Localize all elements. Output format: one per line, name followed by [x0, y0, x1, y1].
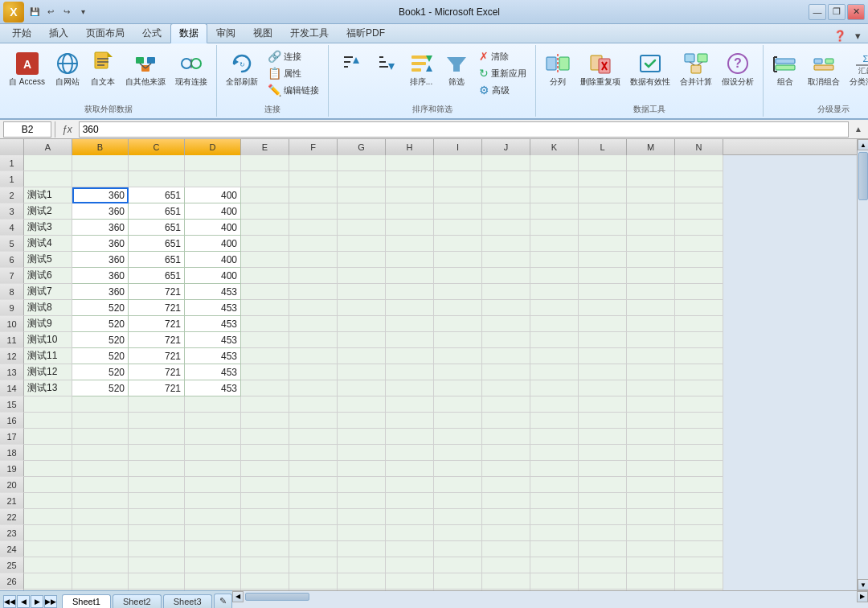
- cell-l1[interactable]: [579, 155, 627, 171]
- cell-a4[interactable]: 测试3: [24, 220, 72, 236]
- cell-i1[interactable]: [434, 171, 482, 187]
- col-header-m[interactable]: M: [627, 139, 675, 155]
- cell-c16[interactable]: [129, 413, 185, 429]
- cell-j24[interactable]: [482, 541, 530, 557]
- cell-reference-box[interactable]: [3, 121, 51, 138]
- cell-f13[interactable]: [289, 364, 338, 380]
- cell-l10[interactable]: [579, 316, 627, 332]
- cell-i8[interactable]: [434, 284, 482, 300]
- tab-nav-first[interactable]: ◀◀: [3, 595, 16, 608]
- cell-a25[interactable]: [24, 557, 72, 573]
- cell-j9[interactable]: [482, 300, 530, 316]
- cell-d9[interactable]: 453: [185, 300, 241, 316]
- clear-btn[interactable]: ✗ 清除: [475, 48, 530, 64]
- cell-a1[interactable]: [24, 155, 72, 171]
- add-sheet-btn[interactable]: ✎: [214, 594, 232, 608]
- cell-c25[interactable]: [129, 557, 185, 573]
- cell-d4[interactable]: 400: [185, 220, 241, 236]
- cell-k5[interactable]: [530, 236, 579, 252]
- redo-qa-btn[interactable]: ↪: [59, 5, 74, 19]
- undo-qa-btn[interactable]: ↩: [43, 5, 58, 19]
- cell-l21[interactable]: [579, 493, 627, 509]
- cell-c8[interactable]: 721: [129, 284, 185, 300]
- cell-b16[interactable]: [72, 413, 129, 429]
- cell-f15[interactable]: [289, 396, 338, 413]
- cell-i21[interactable]: [434, 493, 482, 509]
- cell-i4[interactable]: [434, 220, 482, 236]
- cell-d16[interactable]: [185, 413, 241, 429]
- cell-m7[interactable]: [627, 268, 675, 284]
- cell-b21[interactable]: [72, 493, 129, 509]
- cell-l4[interactable]: [579, 220, 627, 236]
- cell-n26[interactable]: [675, 573, 723, 590]
- cell-h19[interactable]: [386, 461, 434, 477]
- cell-a21[interactable]: [24, 493, 72, 509]
- col-header-h[interactable]: H: [386, 139, 434, 155]
- cell-b15[interactable]: [72, 396, 129, 413]
- filter-btn[interactable]: 筛选: [440, 48, 473, 90]
- cell-e2[interactable]: [241, 187, 289, 203]
- cell-c6[interactable]: 651: [129, 252, 185, 268]
- cell-b5[interactable]: 360: [72, 236, 129, 252]
- tab-formulas[interactable]: 公式: [133, 23, 170, 43]
- cell-b14[interactable]: 520: [72, 380, 129, 396]
- sort-desc-btn[interactable]: [369, 48, 403, 79]
- cell-k4[interactable]: [530, 220, 579, 236]
- cell-c3[interactable]: 651: [129, 203, 185, 220]
- cell-f21[interactable]: [289, 493, 338, 509]
- cell-i2[interactable]: [434, 187, 482, 203]
- cell-e7[interactable]: [241, 268, 289, 284]
- expand-formula-btn[interactable]: ▲: [852, 124, 865, 134]
- cell-l5[interactable]: [579, 236, 627, 252]
- cell-h5[interactable]: [386, 236, 434, 252]
- cell-a19[interactable]: [24, 461, 72, 477]
- cell-f12[interactable]: [289, 348, 338, 364]
- cell-c1[interactable]: [129, 171, 185, 187]
- cell-m3[interactable]: [627, 203, 675, 220]
- cell-d18[interactable]: [185, 445, 241, 461]
- cell-d23[interactable]: [185, 525, 241, 541]
- cell-i15[interactable]: [434, 396, 482, 413]
- cell-k22[interactable]: [530, 509, 579, 525]
- cell-g19[interactable]: [338, 461, 386, 477]
- cell-c22[interactable]: [129, 509, 185, 525]
- cell-f22[interactable]: [289, 509, 338, 525]
- cell-g2[interactable]: [338, 187, 386, 203]
- cell-e5[interactable]: [241, 236, 289, 252]
- cell-h23[interactable]: [386, 525, 434, 541]
- cell-j26[interactable]: [482, 573, 530, 590]
- cell-h12[interactable]: [386, 348, 434, 364]
- cell-b1[interactable]: [72, 171, 129, 187]
- scroll-thumb-v[interactable]: [858, 152, 868, 200]
- cell-n7[interactable]: [675, 268, 723, 284]
- cell-l8[interactable]: [579, 284, 627, 300]
- cell-l25[interactable]: [579, 557, 627, 573]
- cell-j10[interactable]: [482, 316, 530, 332]
- cell-m6[interactable]: [627, 252, 675, 268]
- cell-m4[interactable]: [627, 220, 675, 236]
- cell-m13[interactable]: [627, 364, 675, 380]
- cell-h1[interactable]: [386, 155, 434, 171]
- cell-c10[interactable]: 721: [129, 316, 185, 332]
- cell-n13[interactable]: [675, 364, 723, 380]
- cell-f7[interactable]: [289, 268, 338, 284]
- cell-n19[interactable]: [675, 461, 723, 477]
- cell-j18[interactable]: [482, 445, 530, 461]
- cell-b12[interactable]: 520: [72, 348, 129, 364]
- cell-h4[interactable]: [386, 220, 434, 236]
- cell-f24[interactable]: [289, 541, 338, 557]
- ribbon-minimize-btn[interactable]: ▾: [850, 28, 865, 43]
- cell-e1[interactable]: [241, 171, 289, 187]
- cell-f17[interactable]: [289, 429, 338, 445]
- cell-j20[interactable]: [482, 477, 530, 493]
- cell-f23[interactable]: [289, 525, 338, 541]
- cell-l23[interactable]: [579, 525, 627, 541]
- col-header-d[interactable]: D: [185, 139, 241, 155]
- cell-m8[interactable]: [627, 284, 675, 300]
- cell-k16[interactable]: [530, 413, 579, 429]
- cell-c19[interactable]: [129, 461, 185, 477]
- cell-j25[interactable]: [482, 557, 530, 573]
- tab-page-layout[interactable]: 页面布局: [77, 23, 133, 43]
- cell-d11[interactable]: 453: [185, 332, 241, 348]
- cell-m24[interactable]: [627, 541, 675, 557]
